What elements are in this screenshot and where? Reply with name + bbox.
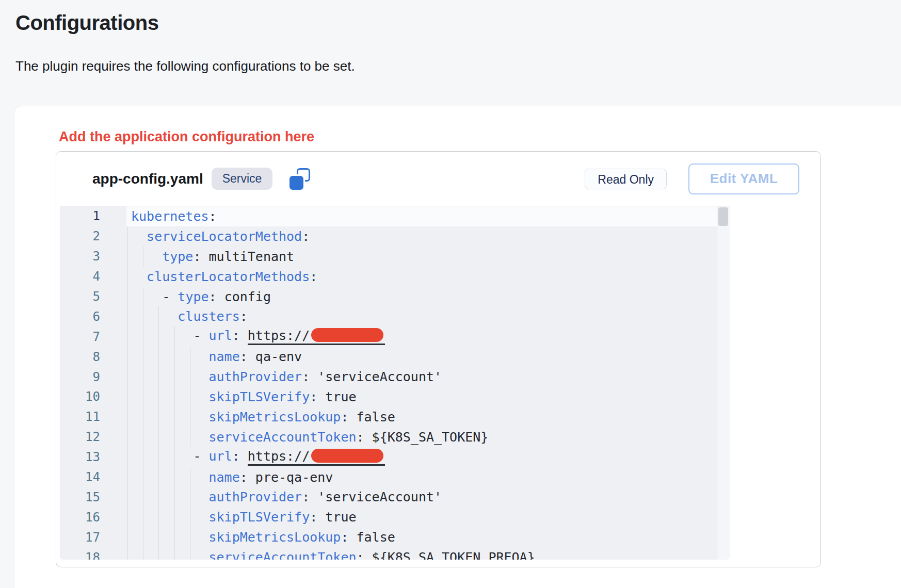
code-editor[interactable]: 1kubernetes:2 serviceLocatorMethod:3 typ…: [60, 206, 730, 560]
line-number: 17: [60, 530, 100, 545]
line-number: 9: [60, 370, 100, 384]
line-number: 3: [60, 249, 100, 264]
page-subtitle: The plugin requires the following config…: [15, 58, 355, 74]
line-number: 8: [60, 350, 100, 364]
line-number: 15: [60, 490, 100, 504]
line-number: 4: [60, 269, 100, 284]
service-badge: Service: [212, 168, 273, 190]
scrollbar-thumb[interactable]: [718, 207, 728, 226]
read-only-button[interactable]: Read Only: [585, 169, 667, 189]
edit-yaml-button[interactable]: Edit YAML: [688, 164, 799, 194]
code-line: 11 skipMetricsLookup: false: [60, 407, 730, 427]
code-line-content: name: qa-env: [126, 347, 717, 367]
line-number: 7: [60, 330, 100, 344]
line-number: 14: [60, 470, 100, 484]
code-line: 13 - url: https://: [60, 447, 730, 467]
code-line-content: type: multiTenant: [126, 247, 717, 267]
code-line: 14 name: pre-qa-env: [60, 467, 730, 487]
code-line-content: name: pre-qa-env: [126, 467, 717, 487]
code-line: 4 clusterLocatorMethods:: [60, 267, 730, 287]
code-line: 5 - type: config: [60, 287, 730, 307]
line-number: 11: [60, 410, 100, 424]
line-number: 12: [60, 430, 100, 444]
code-line-content: serviceAccountToken: ${K8S_SA_TOKEN}: [126, 427, 717, 447]
code-line: 8 name: qa-env: [60, 347, 730, 367]
code-line-content: serviceLocatorMethod:: [126, 226, 717, 247]
line-number: 2: [60, 229, 100, 243]
url-value: https://: [248, 449, 385, 466]
code-line: 1kubernetes:: [60, 206, 730, 226]
configuration-card: Add the application configuration here a…: [14, 106, 901, 588]
code-line-content: - type: config: [126, 287, 717, 307]
code-line: 2 serviceLocatorMethod:: [60, 226, 730, 247]
code-line: 17 skipMetricsLookup: false: [60, 527, 730, 547]
line-number: 1: [60, 209, 100, 223]
yaml-editor-header: app-config.yaml Service Read Only Edit Y…: [56, 152, 820, 206]
code-line-content: skipMetricsLookup: false: [126, 407, 717, 427]
copy-icon[interactable]: [289, 168, 310, 190]
line-number: 5: [60, 289, 100, 304]
code-line-content: - url: https://: [126, 326, 717, 347]
code-line: 15 authProvider: 'serviceAccount': [60, 487, 730, 507]
line-number: 18: [60, 550, 100, 560]
filename-label: app-config.yaml: [92, 171, 203, 187]
code-line-content: authProvider: 'serviceAccount': [126, 487, 717, 507]
code-line-content: clusters:: [126, 306, 717, 326]
url-value: https://: [248, 328, 385, 345]
line-number: 13: [60, 450, 100, 464]
code-line: 18 serviceAccountToken: ${K8S_SA_TOKEN_P…: [60, 547, 730, 560]
code-line-content: kubernetes:: [126, 206, 717, 226]
callout-text: Add the application configuration here: [59, 129, 314, 145]
line-number: 6: [60, 309, 100, 324]
line-number: 10: [60, 389, 100, 404]
code-line: 6 clusters:: [60, 306, 730, 326]
code-line: 10 skipTLSVerify: true: [60, 387, 730, 407]
code-line-content: skipTLSVerify: true: [126, 507, 717, 527]
code-line-content: skipTLSVerify: true: [126, 387, 717, 407]
code-line: 9 authProvider: 'serviceAccount': [60, 367, 730, 387]
code-line-content: - url: https://: [126, 447, 717, 467]
code-line: 3 type: multiTenant: [60, 247, 730, 267]
redaction-bar: [311, 328, 383, 342]
code-line: 7 - url: https://: [60, 326, 730, 347]
line-number: 16: [60, 510, 100, 525]
code-line-content: serviceAccountToken: ${K8S_SA_TOKEN_PREQ…: [126, 547, 717, 560]
code-lines: 1kubernetes:2 serviceLocatorMethod:3 typ…: [60, 206, 730, 560]
yaml-editor-panel: app-config.yaml Service Read Only Edit Y…: [56, 151, 821, 567]
code-line: 12 serviceAccountToken: ${K8S_SA_TOKEN}: [60, 427, 730, 447]
redaction-bar: [311, 449, 383, 463]
code-line-content: skipMetricsLookup: false: [126, 527, 717, 547]
code-line-content: clusterLocatorMethods:: [126, 267, 717, 287]
code-line: 16 skipTLSVerify: true: [60, 507, 730, 527]
page-title: Configurations: [15, 11, 158, 35]
code-line-content: authProvider: 'serviceAccount': [126, 367, 717, 387]
copy-icon-front: [289, 176, 303, 190]
scrollbar[interactable]: [717, 206, 730, 560]
